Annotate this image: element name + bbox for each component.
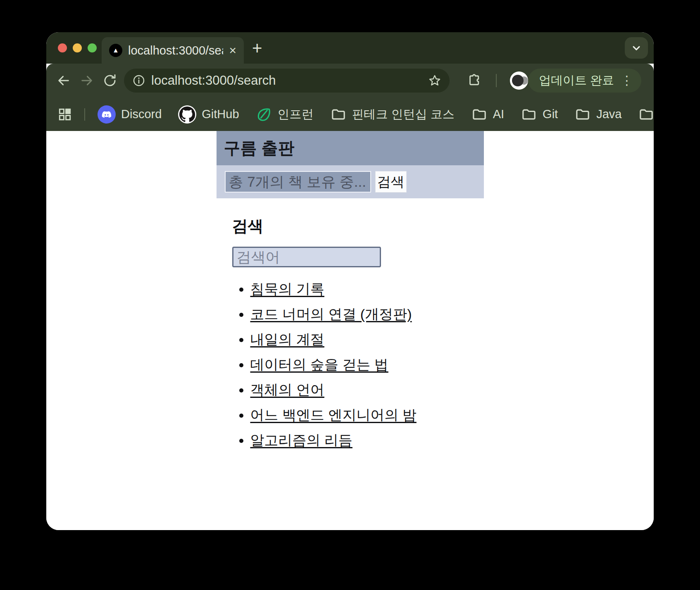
site-header: 구름 출판 검색: [217, 131, 484, 198]
toolbar: localhost:3000/search 업데이트 완료 ⋮: [46, 64, 654, 98]
book-link[interactable]: 데이터의 숲을 걷는 법: [250, 357, 388, 372]
tab-close-icon[interactable]: ×: [229, 44, 236, 57]
back-arrow-icon: [57, 74, 71, 88]
bookmark-folder-git[interactable]: Git: [521, 106, 558, 123]
header-search-button[interactable]: 검색: [375, 171, 407, 193]
bookmark-label: 인프런: [278, 106, 314, 123]
extensions-button[interactable]: [467, 73, 482, 88]
profile-avatar[interactable]: [510, 71, 528, 90]
page-content: 구름 출판 검색 검색 침묵의 기록 코드 너머의 연결 (개정판) 내일의 계…: [46, 131, 654, 530]
avatar-figure: [512, 75, 524, 86]
bookmark-star-icon[interactable]: [428, 74, 441, 87]
book-link[interactable]: 어느 백엔드 엔지니어의 밤: [250, 407, 417, 423]
reload-icon: [103, 74, 117, 88]
book-list: 침묵의 기록 코드 너머의 연결 (개정판) 내일의 계절 데이터의 숲을 걷는…: [232, 280, 484, 450]
discord-icon: [98, 105, 116, 124]
book-link[interactable]: 침묵의 기록: [250, 281, 324, 297]
search-keyword-input[interactable]: [232, 247, 381, 267]
chrome-update-button[interactable]: 업데이트 완료 ⋮: [528, 69, 641, 93]
bookmark-folder-java[interactable]: Java: [574, 106, 621, 123]
chevron-down-icon: [631, 42, 642, 54]
bookmark-label: AI: [493, 107, 504, 121]
page-container: 구름 출판 검색 검색 침묵의 기록 코드 너머의 연결 (개정판) 내일의 계…: [217, 131, 484, 450]
favicon-glyph: ▲: [112, 47, 119, 54]
folder-icon: [330, 106, 347, 123]
bookmark-label: Discord: [121, 107, 162, 121]
back-button[interactable]: [55, 72, 72, 89]
browser-menu-kebab-icon[interactable]: ⋮: [621, 74, 633, 87]
url-text[interactable]: localhost:3000/search: [151, 73, 422, 88]
tab-search-chevron-button[interactable]: [625, 37, 648, 59]
bookmark-folder-ai[interactable]: AI: [471, 106, 504, 123]
book-list-item: 침묵의 기록: [250, 280, 484, 299]
minimize-window-button[interactable]: [73, 43, 82, 52]
tab-strip: ▲ localhost:3000/search × +: [46, 32, 654, 64]
browser-chrome: localhost:3000/search 업데이트 완료 ⋮: [46, 64, 654, 131]
book-list-item: 데이터의 숲을 걷는 법: [250, 355, 484, 374]
reload-button[interactable]: [102, 72, 118, 89]
toolbar-divider: [496, 74, 497, 87]
book-link[interactable]: 내일의 계절: [250, 331, 324, 347]
bookmark-label: Java: [596, 107, 621, 121]
book-list-item: 코드 너머의 연결 (개정판): [250, 305, 484, 324]
tab-title: localhost:3000/search: [128, 44, 223, 57]
puzzle-icon: [467, 73, 482, 88]
update-button-label: 업데이트 완료: [539, 72, 614, 89]
bookmark-folder-fintech[interactable]: 핀테크 인턴십 코스: [330, 106, 455, 123]
book-link[interactable]: 알고리즘의 리듬: [250, 432, 352, 448]
header-search-input[interactable]: [225, 171, 371, 193]
nextjs-favicon-icon: ▲: [109, 44, 122, 57]
bookmarks-divider: [84, 108, 85, 121]
apps-grid-button[interactable]: [57, 107, 73, 122]
site-info-icon[interactable]: [132, 74, 145, 87]
close-window-button[interactable]: [58, 43, 67, 52]
book-list-item: 어느 백엔드 엔지니어의 밤: [250, 406, 484, 425]
bookmark-label: GitHub: [202, 107, 239, 121]
book-list-item: 알고리즘의 리듬: [250, 431, 484, 450]
desktop-background: ▲ localhost:3000/search × +: [0, 0, 700, 590]
window-controls: [58, 43, 97, 52]
folder-icon: [638, 106, 654, 123]
search-section: 검색 침묵의 기록 코드 너머의 연결 (개정판) 내일의 계절 데이터의 숲을…: [217, 216, 484, 450]
bookmark-inflearn[interactable]: 인프런: [256, 106, 314, 123]
forward-button[interactable]: [79, 72, 95, 89]
forward-arrow-icon: [80, 74, 94, 88]
site-title: 구름 출판: [224, 137, 295, 159]
github-icon: [178, 105, 196, 124]
browser-window: ▲ localhost:3000/search × +: [46, 32, 654, 530]
book-link[interactable]: 객체의 언어: [250, 382, 324, 397]
bookmark-github[interactable]: GitHub: [178, 105, 239, 124]
folder-icon: [471, 106, 488, 123]
folder-icon: [574, 106, 591, 123]
new-tab-button[interactable]: +: [252, 40, 262, 57]
header-search-bar: 검색: [217, 165, 484, 198]
search-heading: 검색: [232, 216, 484, 237]
bookmark-label: Git: [543, 107, 558, 121]
bookmark-discord[interactable]: Discord: [98, 105, 162, 124]
folder-icon: [521, 106, 537, 123]
inflearn-icon: [256, 106, 272, 123]
book-link[interactable]: 코드 너머의 연결 (개정판): [250, 306, 412, 322]
bookmarks-bar: Discord GitHub 인프런: [46, 98, 654, 131]
fullscreen-window-button[interactable]: [88, 43, 97, 52]
book-list-item: 객체의 언어: [250, 381, 484, 400]
address-bar[interactable]: localhost:3000/search: [124, 69, 450, 93]
bookmark-label: 핀테크 인턴십 코스: [352, 106, 455, 123]
book-list-item: 내일의 계절: [250, 330, 484, 349]
active-tab[interactable]: ▲ localhost:3000/search ×: [102, 37, 244, 64]
site-title-bar: 구름 출판: [217, 131, 484, 165]
bookmark-folder-algorithm[interactable]: 알고리즘: [638, 106, 654, 123]
apps-grid-icon: [57, 107, 73, 122]
